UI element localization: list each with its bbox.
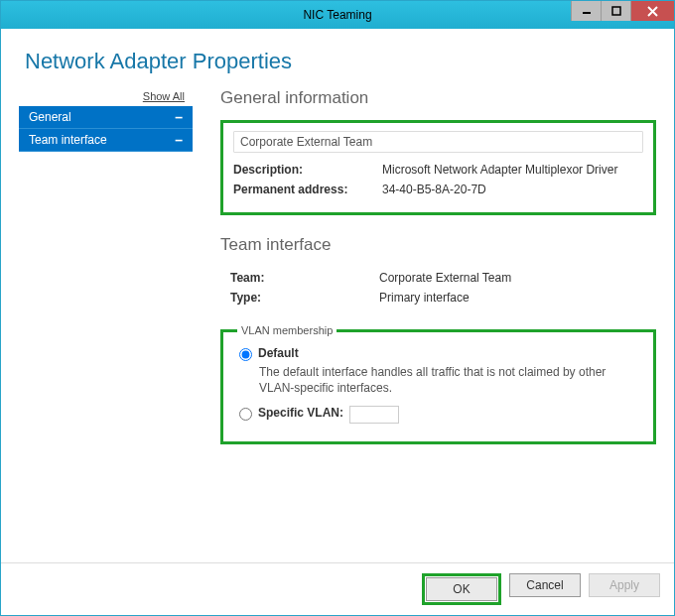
main: General information Corporate External T… <box>193 88 656 562</box>
close-icon <box>647 6 658 17</box>
minimize-icon <box>582 6 592 16</box>
collapse-icon: – <box>175 112 183 122</box>
general-info-box: Corporate External Team Description: Mic… <box>220 120 656 215</box>
window-controls <box>571 1 674 21</box>
kv-row: Team: Corporate External Team <box>230 271 646 285</box>
vlan-default-label[interactable]: Default <box>258 346 299 360</box>
kv-label: Type: <box>230 291 379 305</box>
kv-label: Team: <box>230 271 379 285</box>
sidebar: Show All General – Team interface – <box>19 88 193 562</box>
vlan-specific-radio[interactable] <box>239 408 252 421</box>
kv-value: 34-40-B5-8A-20-7D <box>382 183 643 196</box>
kv-value: Primary interface <box>379 291 646 305</box>
section-title-team-interface: Team interface <box>220 235 656 255</box>
kv-row: Description: Microsoft Network Adapter M… <box>233 163 643 177</box>
vlan-default-row: Default <box>237 346 639 361</box>
section-title-general: General information <box>220 88 656 108</box>
vlan-specific-row: Specific VLAN: <box>237 406 639 424</box>
vlan-specific-label[interactable]: Specific VLAN: <box>258 406 343 420</box>
minimize-button[interactable] <box>571 1 601 21</box>
cancel-button[interactable]: Cancel <box>509 573 581 597</box>
page-title: Network Adapter Properties <box>25 49 656 74</box>
vlan-legend: VLAN membership <box>237 324 337 336</box>
maximize-icon <box>611 6 621 16</box>
kv-label: Description: <box>233 163 382 177</box>
footer: OK Cancel Apply <box>1 562 674 615</box>
close-button[interactable] <box>630 1 674 21</box>
sidebar-item-general[interactable]: General – <box>19 106 193 129</box>
kv-label: Permanent address: <box>233 183 382 196</box>
kv-value: Microsoft Network Adapter Multiplexor Dr… <box>382 163 643 177</box>
show-all-link[interactable]: Show All <box>19 88 193 106</box>
ok-button[interactable]: OK <box>426 577 497 601</box>
vlan-id-input[interactable] <box>349 406 399 424</box>
window: NIC Teaming Network Adapter Properties S… <box>0 0 675 616</box>
kv-row: Permanent address: 34-40-B5-8A-20-7D <box>233 183 643 196</box>
ok-highlight: OK <box>422 573 501 605</box>
collapse-icon: – <box>175 135 183 145</box>
body: Show All General – Team interface – Gene… <box>19 88 656 562</box>
maximize-button[interactable] <box>601 1 630 21</box>
sidebar-item-label: Team interface <box>29 133 107 147</box>
apply-button: Apply <box>589 573 660 597</box>
kv-row: Type: Primary interface <box>230 291 646 305</box>
kv-value: Corporate External Team <box>379 271 646 285</box>
content: Network Adapter Properties Show All Gene… <box>1 29 674 562</box>
team-interface-block: Team: Corporate External Team Type: Prim… <box>220 267 656 324</box>
svg-rect-1 <box>612 7 620 15</box>
vlan-default-radio[interactable] <box>239 348 252 361</box>
team-name-field[interactable]: Corporate External Team <box>233 131 643 153</box>
sidebar-item-label: General <box>29 110 71 124</box>
vlan-membership-fieldset: VLAN membership Default The default inte… <box>220 324 656 444</box>
titlebar: NIC Teaming <box>1 1 674 29</box>
sidebar-item-team-interface[interactable]: Team interface – <box>19 129 193 152</box>
vlan-default-desc: The default interface handles all traffi… <box>259 365 639 396</box>
